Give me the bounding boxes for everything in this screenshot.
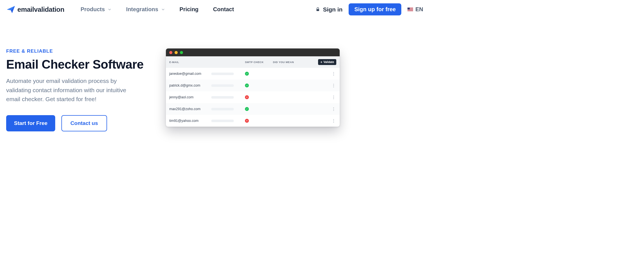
sign-up-button[interactable]: Sign up for free [349,3,401,15]
top-nav: emailvalidation Products Integrations Pr… [0,0,429,15]
brand-name: emailvalidation [17,6,64,13]
skeleton-bar [211,84,234,87]
hero-kicker: FREE & RELIABLE [6,48,152,54]
validate-button[interactable]: + Validate [318,59,336,65]
email-cell: janedoe@gmail.com [169,72,206,76]
language-switcher[interactable]: EN [407,6,423,13]
hero-lead: Automate your email validation process b… [6,76,141,104]
contact-us-label: Contact us [70,120,98,126]
kebab-menu-icon[interactable] [333,107,334,111]
nav-contact-label: Contact [213,6,234,13]
kebab-menu-icon[interactable] [333,119,334,123]
nav-contact[interactable]: Contact [213,6,234,13]
kebab-menu-icon[interactable] [333,95,334,99]
mock-table-header: E-MAIL SMTP CHECK DID YOU MEAN + Validat… [166,56,340,68]
table-row: janedoe@gmail.com [166,68,340,80]
traffic-light-max-icon [180,51,183,54]
start-free-label: Start for Free [14,120,47,126]
skeleton-bar [211,120,234,122]
email-cell: patrick.d@gmx.com [169,83,206,87]
sign-in-label: Sign in [323,6,342,13]
kebab-menu-icon[interactable] [333,83,334,87]
paper-plane-icon [6,5,16,14]
chevron-down-icon [161,8,165,11]
nav-pricing-label: Pricing [180,6,199,13]
table-row: max291@zoho.com [166,103,340,115]
skeleton-bar [211,108,234,110]
cta-row: Start for Free Contact us [6,115,152,131]
check-circle-icon [245,107,249,111]
brand-logo[interactable]: emailvalidation [6,5,64,14]
sign-in-link[interactable]: Sign in [316,6,342,13]
start-free-button[interactable]: Start for Free [6,115,55,131]
col-header-email: E-MAIL [169,61,245,64]
hero-illustration: E-MAIL SMTP CHECK DID YOU MEAN + Validat… [166,48,423,127]
plus-icon: + [320,61,322,64]
x-circle-icon [245,95,249,99]
chevron-down-icon [108,8,112,11]
mock-window: E-MAIL SMTP CHECK DID YOU MEAN + Validat… [166,48,340,127]
check-circle-icon [245,72,249,76]
email-cell: tim91@yahoo.com [169,119,206,123]
table-row: jenny@aol.com [166,91,340,103]
mock-table-body: janedoe@gmail.compatrick.d@gmx.comjenny@… [166,68,340,127]
flag-us-icon [407,8,413,11]
nav-pricing[interactable]: Pricing [180,6,199,13]
table-row: patrick.d@gmx.com [166,80,340,91]
email-cell: jenny@aol.com [169,95,206,99]
col-header-mean: DID YOU MEAN [273,61,318,64]
hero-section: FREE & RELIABLE Email Checker Software A… [0,15,429,131]
nav-products-label: Products [80,6,105,13]
email-cell: max291@zoho.com [169,107,206,111]
sign-up-label: Sign up for free [354,6,396,12]
nav-products[interactable]: Products [80,6,112,13]
hero-title: Email Checker Software [6,57,152,71]
traffic-light-min-icon [175,51,178,54]
col-header-smtp: SMTP CHECK [245,61,273,64]
table-row: tim91@yahoo.com [166,115,340,127]
validate-label: Validate [323,61,334,64]
nav-integrations-label: Integrations [126,6,158,13]
nav-right: Sign in Sign up for free EN [316,3,423,15]
traffic-light-close-icon [169,51,172,54]
x-circle-icon [245,119,249,123]
kebab-menu-icon[interactable] [333,72,334,76]
hero-copy: FREE & RELIABLE Email Checker Software A… [6,48,152,131]
nav-links: Products Integrations Pricing Contact [80,6,234,13]
skeleton-bar [211,96,234,99]
language-code: EN [415,6,423,13]
contact-us-button[interactable]: Contact us [61,115,107,131]
nav-integrations[interactable]: Integrations [126,6,165,13]
check-circle-icon [245,83,249,87]
svg-rect-0 [317,9,319,11]
lock-icon [316,7,320,12]
mock-titlebar [166,48,340,56]
skeleton-bar [211,73,234,75]
